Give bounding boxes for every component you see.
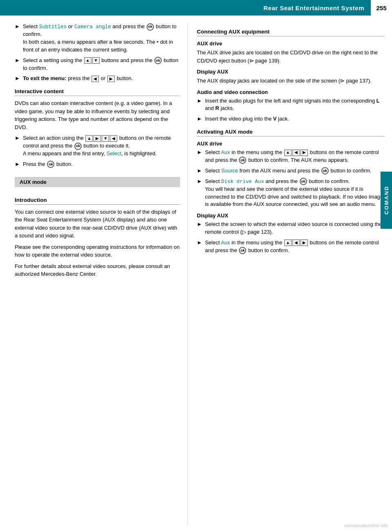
bullet-subtitles-text: Select Subtitles or Camera angle and pre… bbox=[23, 23, 180, 54]
introduction-para2: Please see the corresponding operating i… bbox=[15, 243, 180, 259]
right-column: Connecting AUX equipment AUX drive The A… bbox=[188, 23, 392, 525]
bullet-arrow-video: ► bbox=[197, 116, 202, 122]
bullet-setting-text: Select a setting using the ▲▼ buttons an… bbox=[23, 57, 180, 72]
bullet-arrow-aux1: ► bbox=[197, 149, 202, 155]
source-colored: Source bbox=[221, 168, 238, 174]
R-label: R bbox=[215, 105, 219, 111]
bullet-arrow-aux2: ► bbox=[197, 168, 202, 174]
comand-side-tab: COMAND bbox=[381, 172, 392, 229]
activating-display-aux-heading: Display AUX bbox=[197, 212, 385, 219]
left-column: ► Select Subtitles or Camera angle and p… bbox=[0, 23, 188, 525]
bullet-insert-audio: ► Insert the audio plugs for the left an… bbox=[197, 97, 385, 113]
bullet-subtitles: ► Select Subtitles or Camera angle and p… bbox=[15, 23, 180, 54]
bullet-arrow-2: ► bbox=[15, 57, 20, 63]
aux-mode-box: AUX mode bbox=[15, 177, 180, 187]
bullet-arrow-screen: ► bbox=[197, 221, 202, 227]
bullet-select-source: ► Select Source from the AUX menu and pr… bbox=[197, 167, 385, 175]
select-highlighted: Select bbox=[107, 150, 121, 156]
introduction-para1: You can connect one external video sourc… bbox=[15, 208, 180, 240]
exit-menu-label: To exit the menu: bbox=[23, 75, 67, 81]
V-label: V bbox=[273, 116, 277, 122]
right-btn-aux-d: ▶ bbox=[301, 239, 308, 246]
aux-colored-2: Aux bbox=[221, 239, 230, 246]
watermark: carmanualsonline.info bbox=[344, 523, 388, 528]
L-label: L bbox=[376, 98, 380, 104]
bullet-screen-text: Select the screen to which the external … bbox=[205, 221, 385, 236]
bullet-source-text: Select Source from the AUX menu and pres… bbox=[205, 167, 385, 175]
bullet-press-ok-text: Press the ok button. bbox=[23, 161, 180, 168]
up-btn-action: ▲ bbox=[85, 135, 93, 142]
ok-btn-aux-d: ok bbox=[239, 247, 246, 254]
ok-button-icon-4: ok bbox=[47, 161, 54, 168]
bullet-press-ok: ► Press the ok button. bbox=[15, 161, 180, 168]
bullet-arrow-audio: ► bbox=[197, 98, 202, 104]
bullet-select-aux: ► Select Aux in the menu using the ▲◀▶ b… bbox=[197, 149, 385, 164]
disk-drive-aux-code: Disk drive Aux bbox=[221, 179, 264, 185]
header-bar: Rear Seat Entertainment System 255 bbox=[0, 0, 392, 16]
left-arrow-btn: ◀ bbox=[91, 76, 99, 82]
audio-video-heading: Audio and video connection bbox=[197, 89, 385, 95]
up-btn-aux: ▲ bbox=[284, 150, 292, 156]
right-btn-action: ▶ bbox=[94, 135, 101, 142]
ok-btn-aux2: ok bbox=[321, 167, 329, 174]
bullet-aux-display-text: Select Aux in the menu using the ▲◀▶ but… bbox=[205, 239, 385, 255]
ok-btn-aux1: ok bbox=[239, 156, 246, 164]
up-arrow-btn: ▲ bbox=[84, 57, 91, 64]
bullet-select-screen: ► Select the screen to which the externa… bbox=[197, 221, 385, 236]
bullet-insert-video: ► Insert the video plug into the V jack. bbox=[197, 115, 385, 123]
interactive-content-heading: Interactive content bbox=[15, 88, 180, 96]
header-title: Rear Seat Entertainment System bbox=[0, 4, 371, 11]
subtitles-code: Subtitles bbox=[39, 24, 67, 30]
aux-drive-text: The AUX drive jacks are located on the C… bbox=[197, 49, 385, 65]
submenu-note: In both cases, a menu appears after a fe… bbox=[23, 39, 173, 53]
bullet-disk-text: Select Disk drive Aux and press the ok b… bbox=[205, 178, 385, 209]
content-area: ► Select Subtitles or Camera angle and p… bbox=[0, 16, 392, 532]
connecting-aux-heading: Connecting AUX equipment bbox=[197, 29, 385, 36]
page-number: 255 bbox=[371, 0, 392, 16]
activating-aux-heading: Activating AUX mode bbox=[197, 129, 385, 136]
bullet-arrow-3: ► bbox=[15, 75, 20, 81]
bullet-arrow-1: ► bbox=[15, 23, 20, 29]
display-aux-heading: Display AUX bbox=[197, 69, 385, 75]
left-btn-action: ◀ bbox=[110, 135, 117, 142]
ok-button-icon-1: ok bbox=[147, 23, 154, 31]
right-arrow-btn-exit: ▶ bbox=[107, 76, 115, 82]
bullet-arrow-aux3: ► bbox=[197, 178, 202, 184]
aux-colored-1: Aux bbox=[221, 149, 230, 155]
bullet-select-action: ► Select an action using the ▲▶▼◀ button… bbox=[15, 134, 180, 158]
bullet-arrow-aux-display: ► bbox=[197, 239, 202, 246]
aux-drive-heading: AUX drive bbox=[197, 40, 385, 47]
bullet-arrow-5: ► bbox=[15, 161, 20, 167]
left-btn-aux-d: ◀ bbox=[292, 239, 300, 246]
bullet-arrow-4: ► bbox=[15, 135, 20, 141]
ok-button-icon-2: ok bbox=[154, 57, 162, 64]
introduction-heading: Introduction bbox=[15, 197, 180, 205]
bullet-select-disk: ► Select Disk drive Aux and press the ok… bbox=[197, 178, 385, 209]
camera-angle-code: Camera angle bbox=[74, 24, 111, 30]
activating-aux-drive-heading: AUX drive bbox=[197, 141, 385, 147]
introduction-para3: For further details about external video… bbox=[15, 262, 180, 278]
bullet-action-text: Select an action using the ▲▶▼◀ buttons … bbox=[23, 134, 180, 158]
left-btn-aux: ◀ bbox=[292, 150, 300, 156]
bullet-setting: ► Select a setting using the ▲▼ buttons … bbox=[15, 57, 180, 72]
up-btn-aux-d: ▲ bbox=[284, 239, 292, 246]
bullet-select-aux-display: ► Select Aux in the menu using the ▲◀▶ b… bbox=[197, 239, 385, 255]
bullet-audio-text: Insert the audio plugs for the left and … bbox=[205, 97, 385, 113]
ok-btn-aux3: ok bbox=[300, 178, 307, 185]
display-aux-text: The AUX display jacks are located on the… bbox=[197, 77, 385, 85]
bullet-video-text: Insert the video plug into the V jack. bbox=[205, 115, 385, 123]
right-btn-aux: ▶ bbox=[301, 150, 308, 156]
bullet-exit-text: To exit the menu: press the ◀ or ▶ butto… bbox=[23, 75, 180, 83]
bullet-exit-menu: ► To exit the menu: press the ◀ or ▶ but… bbox=[15, 75, 180, 83]
bullet-aux-text1: Select Aux in the menu using the ▲◀▶ but… bbox=[205, 149, 385, 164]
interactive-content-body: DVDs can also contain interactive conten… bbox=[15, 99, 180, 131]
ok-button-icon-3: ok bbox=[74, 143, 82, 150]
down-btn-action: ▼ bbox=[102, 135, 109, 142]
down-arrow-btn: ▼ bbox=[92, 57, 100, 64]
